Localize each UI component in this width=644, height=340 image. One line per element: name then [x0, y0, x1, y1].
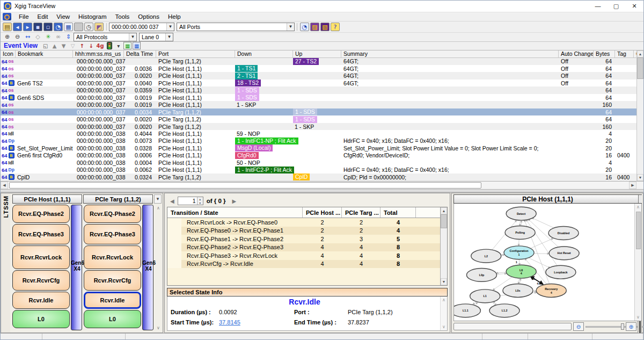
tools-icon[interactable]: ▧ — [320, 23, 330, 31]
capture-icon[interactable]: ◩ — [94, 23, 104, 31]
export-trace-icon[interactable]: ▸ — [23, 23, 32, 31]
ltssm-combo-caret-icon[interactable]: ▼ — [154, 194, 162, 204]
diagram-node-disabled[interactable]: Disabled — [548, 227, 579, 240]
diagram-node-l0[interactable]: L04 — [506, 265, 536, 278]
prev-page-icon[interactable]: ◀ — [167, 198, 178, 204]
ltssm-state-rcvr-idle[interactable]: Rcvr.Idle — [84, 292, 141, 309]
trigger-light-icon[interactable] — [105, 42, 113, 49]
diagram-zoom-slider[interactable] — [586, 324, 624, 329]
ltssm-port-button-0[interactable]: PCIe Host (1,1,1) — [12, 194, 82, 204]
menu-help[interactable]: Help — [164, 12, 185, 21]
table-row[interactable]: 64Idl000:00:00.000_0380.0004PCIe Host (1… — [1, 159, 643, 166]
event-table-vscrollbar[interactable]: ▲ ▼ — [636, 50, 643, 181]
table-row[interactable]: 64BGen6 first CfgRd0000:00:00.000_0380.0… — [1, 152, 643, 159]
page-spinbox[interactable]: 1 ▲▼ — [178, 197, 203, 205]
image-icon[interactable]: ▨ — [310, 23, 319, 31]
ltssm-state-rcvr-rcvrlock[interactable]: Rcvr.RcvrLock — [12, 245, 70, 269]
transition-row[interactable]: Rcvr.RcvrCfg -> Rcvr.Idle448 — [167, 260, 440, 269]
col-header-time[interactable]: hhh:mm:ss.ms_us — [73, 50, 124, 57]
table-row[interactable]: 64os000:00:00.000_0370.0034PCIe Targ (1,… — [1, 108, 643, 115]
tt-scroll-down-icon[interactable]: ▼ — [441, 278, 447, 285]
transition-row[interactable]: Rcvr.EQ-Phase0 -> Rcvr.EQ-Phase1224 — [167, 227, 440, 235]
speed-label-icon[interactable]: 4g — [96, 42, 104, 49]
table-row[interactable]: 64os000:00:00.000_0370.0020PCIe Host (1,… — [1, 72, 643, 79]
ports-grid-icon[interactable]: ▦ — [123, 42, 131, 49]
diagram-node-l0s[interactable]: L0s — [503, 284, 533, 298]
ltssm-state-rcvr-eq-phase3[interactable]: Rcvr.EQ-Phase3 — [12, 224, 70, 244]
selected-state-scrollbar[interactable]: ∧∨ — [440, 296, 447, 330]
menu-histogram[interactable]: Histogram — [74, 12, 111, 21]
diag-scroll-up-icon[interactable]: ∧ — [636, 205, 640, 209]
zoom-in-icon[interactable]: ⊕ — [3, 33, 12, 41]
time-combo[interactable]: 000:00:00.000 037 ▼ — [109, 23, 174, 31]
col-header-bytes[interactable]: Bytes — [594, 50, 615, 57]
table-row[interactable]: 64BGen6 TS2000:00:00.000_0370.0040PCIe H… — [1, 79, 643, 86]
go-bottom-icon[interactable]: ▼ — [60, 42, 68, 49]
col-header-auto[interactable]: Auto Change — [559, 50, 594, 57]
next-marker-icon[interactable]: ↓ — [87, 42, 95, 49]
transition-row[interactable]: Rcvr.RcvrLock -> Rcvr.EQ-Phase0224 — [167, 218, 440, 227]
ltssm-state-rcvr-idle[interactable]: Rcvr.Idle — [12, 292, 70, 309]
col-header-port[interactable]: Port — [156, 50, 235, 57]
table-row[interactable]: 64os000:00:00.000_0370.0359PCIe Host (1,… — [1, 86, 643, 93]
transition-row[interactable]: Rcvr.EQ-Phase3 -> Rcvr.RcvrLock448 — [167, 251, 440, 260]
diagram-vscrollbar[interactable]: ∧ ∨ — [634, 204, 641, 321]
event-table-hscrollbar[interactable]: ◀ ▶ — [1, 182, 643, 190]
diagram-node-l2[interactable]: L2 — [471, 249, 501, 263]
diag-scroll-down-icon[interactable]: ∨ — [636, 315, 640, 320]
table-row[interactable]: 64BGen6 SDS000:00:00.000_0370.0019PCIe H… — [1, 94, 643, 101]
table-row[interactable]: 64Dp000:00:00.000_0380.0073PCIe Host (1,… — [1, 138, 643, 144]
hscroll-thumb[interactable] — [9, 182, 481, 189]
transition-table-scrollbar[interactable]: ▲ ▼ — [440, 207, 447, 285]
prev-marker-icon[interactable]: ↑ — [78, 42, 86, 49]
zoom-out-icon[interactable]: ⊖ — [13, 33, 22, 41]
protocols-combo[interactable]: All Protocols ▼ — [74, 33, 137, 41]
ltssm-state-l0[interactable]: L0 — [12, 310, 70, 328]
scroll-up-icon[interactable]: ▲ — [637, 50, 643, 57]
lane-combo-caret-icon[interactable]: ▼ — [165, 33, 173, 41]
col-header-bm[interactable]: Bookmark — [16, 50, 73, 57]
fit-range-icon[interactable]: ↔ — [23, 33, 32, 41]
save-all-icon[interactable]: ▫ — [43, 23, 53, 31]
col-header-tag[interactable]: Tag — [615, 50, 634, 57]
col-header-down[interactable]: Down — [235, 50, 293, 57]
start-time-link[interactable]: 37.8145 — [219, 319, 294, 325]
diagram-node-l12[interactable]: L1.2 — [489, 304, 519, 317]
minimize-button[interactable]: — — [589, 1, 607, 12]
table-row[interactable]: 64Dp000:00:00.000_0380.0062PCIe Host (1,… — [1, 167, 643, 173]
menu-tools[interactable]: Tools — [111, 12, 134, 21]
time-combo-caret-icon[interactable]: ▼ — [166, 23, 174, 31]
col-header-sum[interactable]: Summary — [341, 50, 559, 57]
diagram-zoom-out-icon[interactable]: ⊖ — [573, 322, 584, 331]
ltssm-state-rcvr-rcvrlock[interactable]: Rcvr.RcvrLock — [84, 245, 141, 269]
help-icon[interactable]: ? — [331, 23, 340, 31]
next-page-icon[interactable]: ▶ — [229, 198, 240, 204]
save-icon[interactable]: ▪ — [33, 23, 42, 31]
search-binoculars-icon[interactable]: ∞ — [54, 33, 63, 41]
diagram-node-recovery[interactable]: Recovery4 — [536, 284, 566, 298]
close-button[interactable]: ✕ — [625, 1, 643, 12]
menu-file[interactable]: File — [14, 12, 33, 21]
table-row[interactable]: 64os000:00:00.000_0370.0020PCIe Targ (1,… — [1, 123, 643, 130]
vscroll-thumb[interactable] — [637, 57, 643, 79]
ltssm-state-l0[interactable]: L0 — [84, 310, 141, 328]
table-row[interactable]: 64os000:00:00.000_0370.0036PCIe Host (1,… — [1, 65, 643, 72]
diagram-node-configuration[interactable]: Configuration1 — [504, 246, 534, 259]
table-row[interactable]: 64Idl000:00:00.000_0380.4044PCIe Host (1… — [1, 130, 643, 137]
ltssm-state-rcvr-eq-phase2[interactable]: Rcvr.EQ-Phase2 — [12, 205, 70, 223]
menu-options[interactable]: Options — [134, 12, 164, 21]
timer-icon[interactable]: ◔ — [300, 23, 309, 31]
menu-view[interactable]: View — [52, 12, 74, 21]
import-trace-icon[interactable]: ◂ — [13, 23, 22, 31]
table-row[interactable]: 64os000:00:00.000_0370.0019PCIe Host (1,… — [1, 101, 643, 108]
ltssm-state-rcvr-rcvrcfg[interactable]: Rcvr.RcvrCfg — [12, 270, 70, 291]
table-row[interactable]: 64os000:00:00.000_0370.0020PCIe Targ (1,… — [1, 115, 643, 122]
diagram-node-l0p[interactable]: L0p — [466, 269, 496, 282]
diagram-node-detect[interactable]: Detect — [506, 207, 536, 220]
maximize-button[interactable]: ▢ — [607, 1, 625, 12]
tt-col-header-0[interactable]: Transition / State — [167, 207, 303, 218]
diagram-node-l11[interactable]: L1.1 — [454, 304, 480, 317]
go-top-icon[interactable]: ▲ — [50, 42, 58, 49]
scroll-right-icon[interactable]: ▶ — [629, 182, 636, 189]
diagram-node-hot-reset[interactable]: Hot Reset — [549, 247, 579, 260]
